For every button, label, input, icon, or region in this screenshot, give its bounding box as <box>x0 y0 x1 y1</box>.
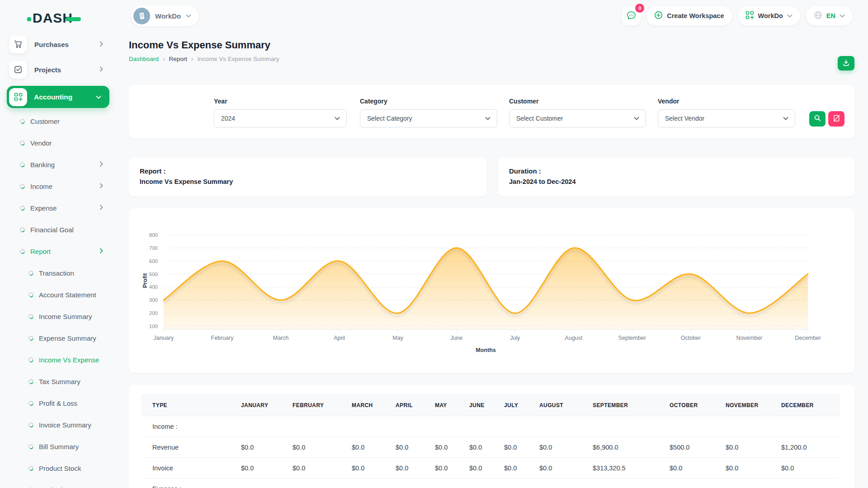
summary-card-duration: Duration :Jan-2024 to Dec-2024 <box>498 157 854 197</box>
messages-button[interactable]: 0 <box>622 7 641 25</box>
sidebar-item-income-vs-expense[interactable]: Income Vs Expense <box>0 349 116 371</box>
sidebar-item-report[interactable]: Report <box>0 240 116 262</box>
table-cell: $0.0 <box>659 458 715 479</box>
filter-label: Customer <box>509 98 646 105</box>
sidebar-item-accounting[interactable]: Accounting <box>7 86 109 108</box>
column-header-september: SEPTEMBER <box>582 395 659 416</box>
table-cell: $0.0 <box>424 458 458 479</box>
svg-text:Months: Months <box>476 347 495 353</box>
chevron-right-icon <box>99 40 104 48</box>
column-header-december: DECEMBER <box>770 395 840 416</box>
select-value: 2024 <box>221 115 235 122</box>
sidebar-item-label: Cash Flow <box>39 486 71 488</box>
svg-text:Profit: Profit <box>142 273 148 288</box>
page-head: Income Vs Expense Summary Dashboard›Repo… <box>129 39 854 64</box>
column-header-march: MARCH <box>341 395 385 416</box>
filter-field-year: Year2024 <box>214 98 347 127</box>
sidebar-item-transaction[interactable]: Transaction <box>0 262 116 284</box>
sidebar-item-bill-summary[interactable]: Bill Summary <box>0 436 116 457</box>
search-button[interactable] <box>809 111 826 127</box>
bullet-icon <box>19 161 26 168</box>
customer-select[interactable]: Select Customer <box>509 109 646 127</box>
section-label: Expense : <box>142 479 840 488</box>
filter-label: Year <box>214 98 347 105</box>
logo-accent-bar <box>66 17 81 21</box>
building-icon <box>133 8 150 24</box>
summary-cards: Report :Income Vs Expense SummaryDuratio… <box>129 157 854 197</box>
chevron-down-icon <box>96 93 101 101</box>
chevron-down-icon <box>787 12 793 19</box>
sidebar-item-expense[interactable]: Expense <box>0 197 116 219</box>
category-select[interactable]: Select Category <box>360 109 497 127</box>
chevron-right-icon <box>99 182 104 190</box>
bullet-icon <box>28 378 34 385</box>
chevron-right-icon: › <box>163 54 165 64</box>
sidebar-item-profit-loss[interactable]: Profit & Loss <box>0 392 116 414</box>
profit-area-chart[interactable]: 800700600500400300200100JanuaryFebruaryM… <box>129 208 854 373</box>
sidebar-item-financial-goal[interactable]: Financial Goal <box>0 219 116 240</box>
sidebar-item-banking[interactable]: Banking <box>0 154 116 175</box>
language-label: EN <box>826 12 835 19</box>
bullet-icon <box>19 183 26 190</box>
vendor-select[interactable]: Select Vendor <box>658 109 795 127</box>
reset-button[interactable] <box>828 111 844 127</box>
workspace-switcher[interactable]: WorkDo <box>131 5 198 26</box>
page-title: Income Vs Expense Summary <box>129 39 854 52</box>
create-workspace-button[interactable]: Create Workspace <box>646 6 731 25</box>
table-row-expense: Expense : <box>142 479 840 488</box>
svg-text:100: 100 <box>149 324 158 329</box>
table-cell: $1,200.0 <box>770 437 840 458</box>
breadcrumb-report[interactable]: Report <box>169 54 187 64</box>
sidebar-item-vendor[interactable]: Vendor <box>0 132 116 154</box>
chevron-right-icon <box>99 160 104 169</box>
sidebar-item-cash-flow[interactable]: Cash Flow <box>0 479 116 488</box>
sidebar-item-label: Income <box>30 183 52 190</box>
select-value: Select Customer <box>516 115 563 122</box>
svg-text:May: May <box>392 335 403 341</box>
breadcrumb-dashboard[interactable]: Dashboard <box>129 54 159 64</box>
chevron-down-icon <box>485 114 491 122</box>
summary-card-report: Report :Income Vs Expense Summary <box>129 157 486 197</box>
svg-text:July: July <box>510 335 520 341</box>
sidebar-item-label: Income Vs Expense <box>39 356 99 364</box>
workspace-menu-button[interactable]: WorkDo <box>738 6 800 25</box>
svg-text:February: February <box>211 335 234 341</box>
svg-text:700: 700 <box>149 245 158 251</box>
sidebar-item-tax-summary[interactable]: Tax Summary <box>0 371 116 392</box>
column-header-august: AUGUST <box>528 395 582 416</box>
sidebar-item-product-stock[interactable]: Product Stock <box>0 457 116 479</box>
chevron-right-icon <box>99 66 104 74</box>
filter-panel: Year2024CategorySelect CategoryCustomerS… <box>129 85 854 138</box>
svg-text:September: September <box>618 335 646 341</box>
sidebar-item-projects[interactable]: Projects <box>9 61 116 79</box>
grid-plus-icon <box>745 11 754 21</box>
chevron-down-icon <box>335 114 340 122</box>
chevron-right-icon: › <box>191 54 193 64</box>
cart-icon <box>9 35 27 53</box>
sidebar-item-income-summary[interactable]: Income Summary <box>0 305 116 327</box>
sidebar-item-label: Invoice Summary <box>39 421 91 429</box>
download-report-button[interactable] <box>838 56 854 70</box>
grid-plus-icon <box>9 88 27 106</box>
sidebar-item-purchases[interactable]: Purchases <box>9 35 116 53</box>
svg-text:400: 400 <box>149 284 158 290</box>
svg-text:March: March <box>273 335 289 341</box>
brand-logo[interactable]: DASH <box>27 10 116 26</box>
language-button[interactable]: EN <box>806 6 853 25</box>
income-vs-expense-table: TYPEJANUARYFEBRUARYMARCHAPRILMAYJUNEJULY… <box>142 394 840 488</box>
svg-text:January: January <box>154 335 174 341</box>
row-type-label: Invoice <box>142 458 230 479</box>
sidebar-item-customer[interactable]: Customer <box>0 110 116 132</box>
table-cell: $0.0 <box>341 458 385 479</box>
sidebar-item-account-statement[interactable]: Account Statement <box>0 284 116 305</box>
column-header-type: TYPE <box>142 395 230 416</box>
chevron-right-icon <box>99 204 104 212</box>
summary-card-label: Report : <box>140 167 476 175</box>
sidebar-item-income[interactable]: Income <box>0 175 116 197</box>
breadcrumb-income-vs-expense-summary: Income Vs Expense Summary <box>197 54 279 64</box>
sidebar-item-expense-summary[interactable]: Expense Summary <box>0 327 116 349</box>
filter-field-vendor: VendorSelect Vendor <box>658 98 795 127</box>
sidebar-item-invoice-summary[interactable]: Invoice Summary <box>0 414 116 436</box>
year-select[interactable]: 2024 <box>214 109 347 127</box>
column-header-july: JULY <box>493 395 528 416</box>
